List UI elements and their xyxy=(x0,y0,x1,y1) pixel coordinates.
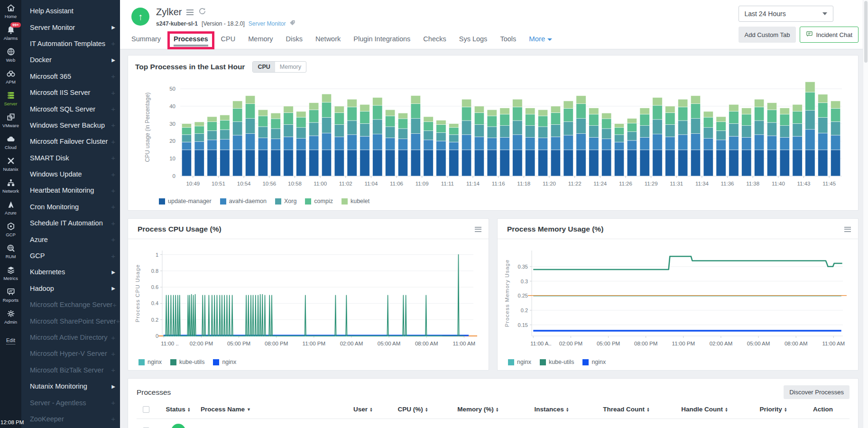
rail-item-gcp[interactable]: GCP xyxy=(0,218,21,240)
sidebar-item-microsoft-sql-server[interactable]: Microsoft SQL Server+ xyxy=(21,101,120,117)
discover-processes-button[interactable]: Discover Processes xyxy=(784,385,850,399)
legend-item-compiz[interactable]: compiz xyxy=(305,198,333,205)
sidebar-item-help-assistant[interactable]: Help Assistant xyxy=(21,3,120,19)
sidebar-item-microsoft-biztalk-server[interactable]: Microsoft BizTalk Server+ xyxy=(21,362,120,378)
rail-item-metrics[interactable]: Metrics xyxy=(0,262,21,284)
rail-item-alarms[interactable]: Alarms99+ xyxy=(0,22,21,44)
add-icon[interactable]: + xyxy=(111,219,115,227)
toggle-cpu[interactable]: CPU xyxy=(253,62,275,72)
time-range-dropdown[interactable]: Last 24 Hours xyxy=(739,6,833,22)
column-header-status[interactable]: Status▲▼ xyxy=(156,406,201,413)
sort-icon[interactable]: ▲▼ xyxy=(646,407,650,412)
sidebar-item-server-monitor[interactable]: Server Monitor▶ xyxy=(21,19,120,35)
rail-item-admin[interactable]: Admin xyxy=(0,306,21,327)
add-icon[interactable]: + xyxy=(111,415,115,423)
hamburger-icon[interactable] xyxy=(186,8,194,17)
rail-item-edit[interactable]: Edit xyxy=(0,327,21,349)
sidebar-item-microsoft-iis-server[interactable]: Microsoft IIS Server+ xyxy=(21,84,120,101)
tab-cpu[interactable]: CPU xyxy=(221,35,236,49)
sidebar-item-windows-update[interactable]: Windows Update+ xyxy=(21,166,120,182)
add-icon[interactable]: + xyxy=(112,301,117,309)
sort-icon[interactable]: ▲▼ xyxy=(784,407,787,412)
sidebar-item-zookeeper[interactable]: ZooKeeper+ xyxy=(21,411,120,427)
monitor-type-link[interactable]: Server Monitor xyxy=(249,20,286,27)
scrollbar-thumb[interactable] xyxy=(864,1,868,63)
rail-item-home[interactable]: Home xyxy=(0,0,21,22)
chart-menu-icon[interactable] xyxy=(475,225,481,233)
sort-icon[interactable]: ▲▼ xyxy=(369,407,373,412)
legend-item-nginx[interactable]: nginx xyxy=(213,359,236,365)
tab-summary[interactable]: Summary xyxy=(131,35,161,49)
select-all-checkbox[interactable] xyxy=(143,406,149,413)
sidebar-item-nutanix-monitoring[interactable]: Nutanix Monitoring▶ xyxy=(21,378,120,394)
tag-icon[interactable] xyxy=(289,19,296,28)
sidebar-item-docker[interactable]: Docker▶ xyxy=(21,52,120,68)
sidebar-item-azure[interactable]: Azure+ xyxy=(21,231,120,247)
column-header-checkbox[interactable] xyxy=(137,406,156,413)
add-icon[interactable]: + xyxy=(111,334,115,342)
legend-item-kube-utils[interactable]: kube-utils xyxy=(540,359,574,365)
add-icon[interactable]: + xyxy=(111,39,115,47)
legend-item-nginx[interactable]: nginx xyxy=(582,359,606,365)
add-icon[interactable]: + xyxy=(111,89,115,97)
column-header-thread-count[interactable]: Thread Count▲▼ xyxy=(587,406,665,413)
sidebar-item-microsoft-active-directory[interactable]: Microsoft Active Directory+ xyxy=(21,329,120,345)
legend-item-Xorg[interactable]: Xorg xyxy=(275,198,296,205)
sidebar-item-cron-monitoring[interactable]: Cron Monitoring+ xyxy=(21,199,120,215)
refresh-icon[interactable] xyxy=(198,7,206,17)
add-icon[interactable]: + xyxy=(111,186,115,195)
add-icon[interactable]: + xyxy=(111,154,115,162)
tab-plugin-integrations[interactable]: Plugin Integrations xyxy=(353,35,410,49)
add-icon[interactable]: + xyxy=(111,72,115,80)
add-icon[interactable]: + xyxy=(111,138,115,146)
column-header-memory-[interactable]: Memory (%)▲▼ xyxy=(440,406,516,413)
rail-item-rum[interactable]: RUM xyxy=(0,240,21,262)
rail-item-web[interactable]: Web xyxy=(0,44,21,65)
chart-menu-icon[interactable] xyxy=(844,225,851,233)
rail-item-apm[interactable]: APM xyxy=(0,65,21,87)
legend-item-kube-utils[interactable]: kube-utils xyxy=(170,359,205,365)
add-icon[interactable]: + xyxy=(111,170,115,178)
tab-network[interactable]: Network xyxy=(315,35,341,49)
tab-more[interactable]: More xyxy=(529,35,552,49)
tab-disks[interactable]: Disks xyxy=(286,35,303,49)
sidebar-item-kubernetes[interactable]: Kubernetes▶ xyxy=(21,264,120,280)
add-icon[interactable]: + xyxy=(111,203,115,211)
sidebar-item-gcp[interactable]: GCP+ xyxy=(21,248,120,264)
tab-processes[interactable]: Processes xyxy=(174,35,208,49)
page-scrollbar[interactable] xyxy=(863,0,868,428)
sidebar-item-microsoft-365[interactable]: Microsoft 365+ xyxy=(21,68,120,84)
add-icon[interactable]: + xyxy=(111,235,115,243)
add-icon[interactable]: + xyxy=(116,317,120,325)
sidebar-item-microsoft-exchange-server[interactable]: Microsoft Exchange Server+ xyxy=(21,297,120,313)
rail-item-cloud[interactable]: Cloud xyxy=(0,131,21,153)
sort-desc-icon[interactable]: ▼ xyxy=(247,407,251,412)
tab-sys-logs[interactable]: Sys Logs xyxy=(459,35,488,49)
sidebar-item-microsoft-sharepoint-server[interactable]: Microsoft SharePoint Server+ xyxy=(21,313,120,329)
rail-item-network[interactable]: Network xyxy=(0,175,21,196)
add-icon[interactable]: + xyxy=(111,350,115,358)
add-icon[interactable]: + xyxy=(111,252,115,260)
sidebar-item-server-agentless[interactable]: Server - Agentless+ xyxy=(21,394,120,410)
add-icon[interactable]: + xyxy=(111,399,115,407)
column-header-user[interactable]: User▲▼ xyxy=(341,406,386,413)
legend-item-avahi-daemon[interactable]: avahi-daemon xyxy=(220,198,267,205)
sidebar-item-microsoft-failover-cluster[interactable]: Microsoft Failover Cluster+ xyxy=(21,133,120,149)
sidebar-item-windows-server-backup[interactable]: Windows Server Backup+ xyxy=(21,117,120,133)
sidebar-item-it-automation-templates[interactable]: IT Automation Templates+ xyxy=(21,36,120,52)
column-header-handle-count[interactable]: Handle Count▲▼ xyxy=(665,406,744,413)
add-icon[interactable]: + xyxy=(111,105,115,113)
add-icon[interactable]: + xyxy=(111,366,115,374)
sort-icon[interactable]: ▲▼ xyxy=(725,407,728,412)
rail-item-vmware[interactable]: VMware xyxy=(0,109,21,131)
rail-item-reports[interactable]: Reports xyxy=(0,284,21,306)
legend-item-update-manager[interactable]: update-manager xyxy=(159,198,212,205)
rail-item-azure[interactable]: Azure xyxy=(0,196,21,218)
sidebar-item-schedule-it-automation[interactable]: Schedule IT Automation+ xyxy=(21,215,120,231)
sort-icon[interactable]: ▲▼ xyxy=(496,407,499,412)
column-header-process-name[interactable]: Process Name▼ xyxy=(201,406,341,413)
sort-icon[interactable]: ▲▼ xyxy=(566,407,569,412)
sidebar-item-microsoft-hyper-v-server[interactable]: Microsoft Hyper-V Server+ xyxy=(21,345,120,362)
sort-icon[interactable]: ▲▼ xyxy=(187,407,191,412)
column-header-priority[interactable]: Priority▲▼ xyxy=(744,406,803,413)
